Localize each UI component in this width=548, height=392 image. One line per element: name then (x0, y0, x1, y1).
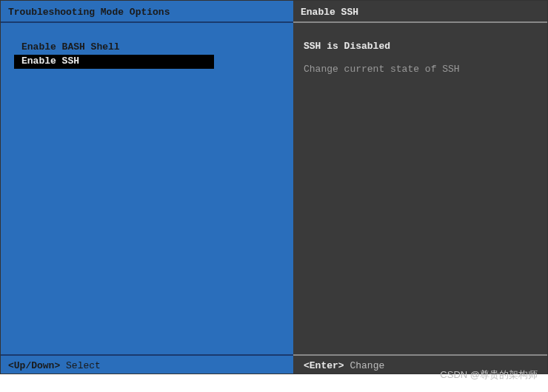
right-panel-title: Enable SSH (293, 1, 547, 23)
menu-list: Enable BASH Shell Enable SSH (1, 23, 293, 69)
detail-content: SSH is Disabled Change current state of … (293, 23, 547, 92)
console-window: Troubleshooting Mode Options Enable BASH… (0, 0, 548, 374)
watermark-text: CSDN @尊贵的架构师 (440, 368, 538, 382)
menu-item-enable-bash[interactable]: Enable BASH Shell (1, 41, 293, 55)
updown-key-hint: <Up/Down> (8, 360, 60, 371)
ssh-status-text: SSH is Disabled (304, 41, 537, 52)
left-footer: <Up/Down> Select (1, 354, 293, 374)
select-action-hint: Select (66, 360, 101, 371)
ssh-help-text: Change current state of SSH (304, 64, 537, 75)
left-panel-title: Troubleshooting Mode Options (1, 1, 293, 23)
main-area: Troubleshooting Mode Options Enable BASH… (1, 1, 547, 354)
enter-key-hint: <Enter> (304, 360, 344, 371)
right-panel: Enable SSH SSH is Disabled Change curren… (293, 1, 547, 354)
change-action-hint: Change (350, 360, 384, 371)
menu-item-enable-ssh[interactable]: Enable SSH (14, 55, 214, 69)
left-panel: Troubleshooting Mode Options Enable BASH… (1, 1, 293, 354)
